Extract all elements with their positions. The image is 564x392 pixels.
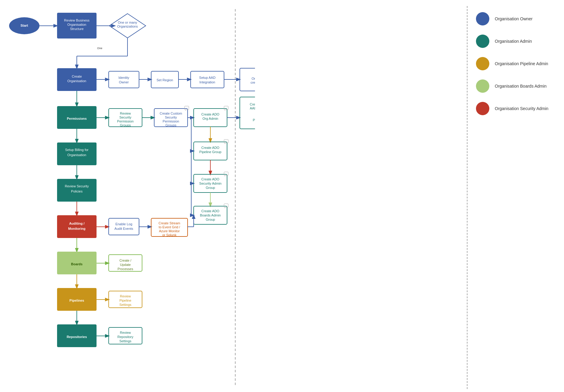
svg-text:Review: Review (120, 294, 131, 298)
legend-area: Organisation Owner Organisation Admin Or… (467, 0, 564, 392)
svg-text:Setup AAD: Setup AAD (199, 76, 216, 79)
svg-text:Organization: Organization (252, 77, 255, 80)
svg-text:Create Stream: Create Stream (158, 221, 180, 225)
svg-text:Create ADO: Create ADO (201, 209, 219, 213)
svg-text:Organisation: Organisation (67, 23, 86, 26)
org-owner-circle (476, 12, 489, 25)
svg-text:Structure: Structure (70, 27, 84, 31)
svg-text:Organisation: Organisation (67, 79, 86, 83)
svg-text:Owner: Owner (119, 80, 129, 84)
svg-text:Create / Assign: Create / Assign (250, 102, 255, 106)
svg-text:Permission: Permission (163, 119, 179, 123)
flowchart-svg: Start Review Business Organisation Struc… (6, 6, 255, 388)
legend-item-org-owner: Organisation Owner (476, 12, 555, 25)
svg-text:Org Admin: Org Admin (202, 117, 218, 120)
svg-text:or Splunk: or Splunk (162, 233, 177, 237)
svg-text:Policies: Policies (71, 189, 83, 193)
svg-text:Groups: Groups (165, 123, 177, 127)
svg-text:Start: Start (20, 24, 28, 27)
svg-text:Boards: Boards (71, 262, 83, 266)
svg-rect-82 (224, 204, 228, 207)
diagram-area: Start Review Business Organisation Struc… (0, 0, 467, 392)
svg-text:Group: Group (206, 186, 215, 189)
svg-text:Monitoring: Monitoring (68, 227, 86, 230)
svg-text:Create ADO: Create ADO (201, 146, 219, 149)
org-admin-circle (476, 35, 489, 48)
legend-item-org-admin: Organisation Admin (476, 35, 555, 48)
legend-item-pipeline-admin: Organisation Pipeline Admin (476, 57, 555, 70)
svg-text:AAD Groups to: AAD Groups to (250, 106, 255, 110)
svg-text:Processes: Processes (117, 267, 133, 271)
svg-text:Create ADO: Create ADO (201, 112, 219, 116)
legend-item-boards-admin: Organisation Boards Admin (476, 79, 555, 93)
svg-text:Repositories: Repositories (67, 335, 87, 339)
svg-text:Review: Review (120, 112, 131, 115)
svg-rect-75 (224, 172, 228, 176)
svg-text:One or many: One or many (118, 21, 137, 24)
svg-text:Boards Admin: Boards Admin (200, 213, 221, 217)
svg-rect-47 (185, 106, 189, 110)
svg-text:One: One (97, 47, 102, 50)
svg-text:Create /: Create / (119, 259, 131, 262)
svg-rect-69 (224, 139, 228, 143)
svg-text:Enable Log: Enable Log (115, 222, 132, 226)
pipeline-admin-circle (476, 57, 489, 70)
svg-rect-20 (109, 71, 139, 88)
svg-text:Pipelines: Pipelines (70, 299, 84, 302)
svg-rect-60 (240, 97, 255, 129)
svg-text:Create ADO: Create ADO (201, 177, 219, 181)
pipeline-admin-label: Organisation Pipeline Admin (495, 61, 548, 66)
svg-text:Settings: Settings (119, 303, 131, 307)
svg-text:Security Admin: Security Admin (199, 182, 221, 185)
svg-text:Identity: Identity (118, 76, 129, 79)
svg-text:to Event Grid /: to Event Grid / (159, 225, 180, 229)
security-admin-label: Organisation Security Admin (495, 106, 549, 111)
svg-text:Security: Security (165, 116, 177, 119)
svg-text:Create Custom: Create Custom (160, 112, 182, 115)
svg-text:Review Business: Review Business (64, 18, 90, 22)
boards-admin-label: Organisation Boards Admin (495, 84, 546, 89)
svg-text:Permission: Permission (253, 118, 255, 122)
svg-text:Integration: Integration (199, 80, 215, 84)
svg-rect-55 (224, 106, 228, 110)
org-owner-label: Organisation Owner (495, 16, 533, 21)
svg-text:creation to AD: creation to AD (250, 81, 255, 84)
svg-text:Groups: Groups (120, 123, 131, 127)
svg-rect-27 (191, 71, 224, 88)
svg-text:Organizations: Organizations (117, 25, 138, 28)
svg-text:Group: Group (206, 218, 215, 221)
svg-text:Audit Events: Audit Events (114, 227, 133, 230)
svg-text:Review Security: Review Security (65, 184, 89, 188)
org-admin-label: Organisation Admin (495, 39, 532, 44)
svg-text:Permission: Permission (117, 119, 134, 123)
svg-text:Update: Update (120, 263, 131, 266)
svg-text:Pipeline: Pipeline (119, 299, 131, 302)
svg-text:Setup Billing for: Setup Billing for (65, 148, 88, 152)
security-admin-circle (476, 102, 489, 115)
svg-text:Security: Security (119, 116, 131, 119)
page: Start Review Business Organisation Struc… (0, 0, 564, 392)
svg-text:Set Region: Set Region (157, 78, 173, 82)
svg-text:Pipeline Group: Pipeline Group (199, 150, 222, 154)
svg-text:Review: Review (120, 331, 131, 334)
boards-admin-circle (476, 79, 489, 93)
svg-text:Repository: Repository (117, 335, 134, 339)
svg-text:Azure Monitor: Azure Monitor (159, 229, 180, 233)
legend-item-security-admin: Organisation Security Admin (476, 102, 555, 115)
svg-text:Auditing /: Auditing / (69, 222, 85, 225)
svg-text:Organisation: Organisation (67, 153, 86, 157)
svg-text:Create: Create (72, 75, 82, 78)
svg-text:Settings: Settings (119, 339, 131, 343)
svg-text:Permissions: Permissions (67, 117, 87, 120)
